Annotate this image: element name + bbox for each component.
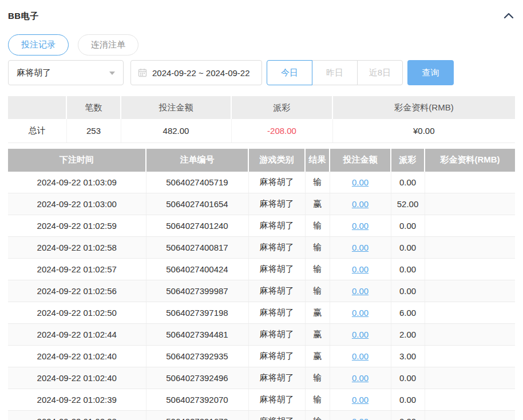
bonus-cell <box>425 346 515 367</box>
result-cell: 输 <box>305 411 330 420</box>
bet-amount-link[interactable]: 0.00 <box>352 330 369 339</box>
order-number-cell: 5064027399987 <box>146 280 248 302</box>
payout-cell: 0.00 <box>391 215 425 237</box>
date-range-value: 2024-09-22 ~ 2024-09-22 <box>152 68 250 78</box>
order-number-cell: 5064027394481 <box>146 324 248 346</box>
game-select[interactable]: 麻将胡了 <box>8 60 124 85</box>
tab-betting-records[interactable]: 投注记录 <box>8 34 69 56</box>
summary-col-bet-amount: 投注金额 <box>121 96 231 119</box>
table-row: 2024-09-22 01:02:40 5064027392935 麻将胡了 赢… <box>8 346 515 367</box>
bonus-cell <box>425 215 515 237</box>
bet-time-cell: 2024-09-22 01:03:00 <box>8 193 146 215</box>
chevron-up-icon <box>504 12 514 21</box>
summary-table: 笔数 投注金额 派彩 彩金资料(RMB) 总计 253 482.00 -208.… <box>8 96 515 143</box>
bonus-cell <box>425 172 515 193</box>
summary-col-payout: 派彩 <box>231 96 332 119</box>
payout-cell: 0.00 <box>391 411 425 420</box>
range-last8days-button[interactable]: 近8日 <box>357 60 403 85</box>
payout-cell: 2.00 <box>391 324 425 346</box>
range-yesterday-button[interactable]: 昨日 <box>312 60 358 85</box>
order-number-cell: 5064027392935 <box>146 346 248 367</box>
bet-amount-link[interactable]: 0.00 <box>352 395 369 405</box>
range-today-button[interactable]: 今日 <box>267 60 312 85</box>
payout-cell: 0.00 <box>391 259 425 280</box>
bet-amount-link[interactable]: 0.00 <box>352 199 369 209</box>
records-col-payout: 派彩 <box>391 149 425 172</box>
table-row: 2024-09-22 01:02:58 5064027400817 麻将胡了 输… <box>8 237 515 259</box>
panel-header: BB电子 <box>8 0 515 22</box>
bet-amount-cell: 0.00 <box>330 215 391 237</box>
table-row: 2024-09-22 01:02:44 5064027394481 麻将胡了 赢… <box>8 324 515 346</box>
bet-time-cell: 2024-09-22 01:03:09 <box>8 172 146 193</box>
table-row: 2024-09-22 01:02:59 5064027401240 麻将胡了 输… <box>8 215 515 237</box>
payout-cell: 6.00 <box>391 302 425 324</box>
game-type-cell: 麻将胡了 <box>248 215 305 237</box>
bet-amount-link[interactable]: 0.00 <box>352 264 369 274</box>
bet-amount-link[interactable]: 0.00 <box>352 308 369 318</box>
betting-records-panel: BB电子 投注记录 连消注单 麻将胡了 2024-09-22 ~ 2024-09… <box>0 0 523 420</box>
bet-amount-cell: 0.00 <box>330 259 391 280</box>
game-type-cell: 麻将胡了 <box>248 172 305 193</box>
records-body: 2024-09-22 01:03:09 5064027405719 麻将胡了 输… <box>8 172 515 420</box>
bonus-cell <box>425 280 515 302</box>
records-col-order-no: 注单编号 <box>146 149 248 172</box>
result-cell: 输 <box>305 367 330 389</box>
result-cell: 输 <box>305 237 330 259</box>
bonus-cell <box>425 389 515 411</box>
order-number-cell: 5064027391670 <box>146 411 248 420</box>
calendar-icon <box>138 68 147 77</box>
table-row: 2024-09-22 01:02:56 5064027399987 麻将胡了 输… <box>8 280 515 302</box>
bet-amount-cell: 0.00 <box>330 237 391 259</box>
result-cell: 输 <box>305 280 330 302</box>
records-col-game-type: 游戏类别 <box>248 149 305 172</box>
game-type-cell: 麻将胡了 <box>248 367 305 389</box>
records-header-row: 下注时间 注单编号 游戏类别 结果 投注金额 派彩 彩金资料(RMB) <box>8 149 515 172</box>
bet-time-cell: 2024-09-22 01:02:59 <box>8 215 146 237</box>
payout-cell: 52.00 <box>391 193 425 215</box>
search-button[interactable]: 查询 <box>407 60 454 85</box>
summary-total-payout: -208.00 <box>231 119 332 142</box>
bet-amount-cell: 0.00 <box>330 302 391 324</box>
records-col-bonus: 彩金资料(RMB) <box>425 149 515 172</box>
bet-amount-link[interactable]: 0.00 <box>352 177 369 187</box>
bet-amount-cell: 0.00 <box>330 280 391 302</box>
payout-cell: 0.00 <box>391 367 425 389</box>
result-cell: 赢 <box>305 324 330 346</box>
bet-amount-link[interactable]: 0.00 <box>352 221 369 231</box>
bet-amount-link[interactable]: 0.00 <box>352 351 369 361</box>
bet-time-cell: 2024-09-22 01:02:39 <box>8 389 146 411</box>
bet-amount-cell: 0.00 <box>330 193 391 215</box>
summary-total-row: 总计 253 482.00 -208.00 ¥0.00 <box>8 119 515 142</box>
order-number-cell: 5064027400817 <box>146 237 248 259</box>
bet-amount-cell: 0.00 <box>330 324 391 346</box>
bet-time-cell: 2024-09-22 01:02:50 <box>8 302 146 324</box>
bet-amount-cell: 0.00 <box>330 389 391 411</box>
records-col-result: 结果 <box>305 149 330 172</box>
bet-amount-link[interactable]: 0.00 <box>352 286 369 296</box>
result-cell: 输 <box>305 259 330 280</box>
game-type-cell: 麻将胡了 <box>248 280 305 302</box>
bet-amount-link[interactable]: 0.00 <box>352 243 369 252</box>
tab-bar: 投注记录 连消注单 <box>8 34 515 56</box>
game-type-cell: 麻将胡了 <box>248 389 305 411</box>
game-type-cell: 麻将胡了 <box>248 259 305 280</box>
bonus-cell <box>425 259 515 280</box>
bet-amount-link[interactable]: 0.00 <box>352 373 369 383</box>
bonus-cell <box>425 324 515 346</box>
order-number-cell: 5064027392070 <box>146 389 248 411</box>
summary-col-count: 笔数 <box>66 96 121 119</box>
table-row: 2024-09-22 01:03:09 5064027405719 麻将胡了 输… <box>8 172 515 193</box>
bet-amount-cell: 0.00 <box>330 411 391 420</box>
bet-time-cell: 2024-09-22 01:02:40 <box>8 346 146 367</box>
summary-total-bet-amount: 482.00 <box>121 119 231 142</box>
order-number-cell: 5064027400424 <box>146 259 248 280</box>
bet-amount-link[interactable]: 0.00 <box>352 417 369 420</box>
result-cell: 赢 <box>305 302 330 324</box>
bet-time-cell: 2024-09-22 01:02:40 <box>8 367 146 389</box>
result-cell: 赢 <box>305 346 330 367</box>
collapse-panel-button[interactable] <box>502 10 515 22</box>
tab-cancelled-orders[interactable]: 连消注单 <box>78 34 138 56</box>
date-range-input[interactable]: 2024-09-22 ~ 2024-09-22 <box>130 60 262 85</box>
bonus-cell <box>425 367 515 389</box>
result-cell: 输 <box>305 389 330 411</box>
